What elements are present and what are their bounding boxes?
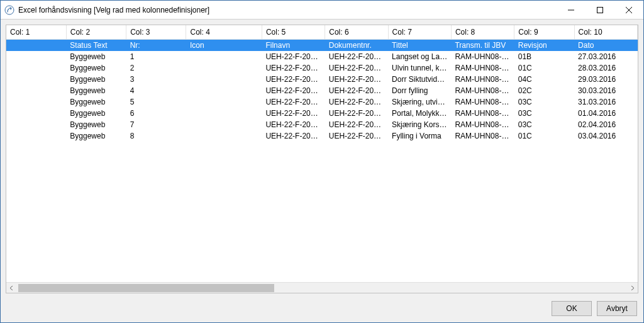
- cell: Filnavn: [262, 40, 325, 51]
- cell: Ulvin tunnel, km ...: [388, 62, 451, 74]
- table-row[interactable]: Byggeweb5UEH-22-F-2055...UEH-22-F-20553S…: [6, 96, 638, 108]
- cell: 3: [126, 74, 186, 85]
- scroll-right-button[interactable]: [627, 283, 638, 293]
- cell: RAM-UHN08-00...: [451, 85, 514, 96]
- cell: [6, 40, 66, 51]
- minimize-button[interactable]: [557, 1, 586, 19]
- cell: [186, 85, 262, 96]
- cell: 1: [126, 51, 186, 62]
- cell: [186, 62, 262, 74]
- cell: [6, 62, 66, 74]
- app-icon: [4, 5, 14, 15]
- cell: Byggeweb: [66, 62, 126, 74]
- table-row[interactable]: Byggeweb1UEH-22-F-2010...UEH-22-F-20101L…: [6, 51, 638, 62]
- cell: [186, 130, 262, 142]
- col-header[interactable]: Col: 2: [66, 25, 126, 40]
- cell: [6, 74, 66, 85]
- cell: Revisjon: [514, 40, 574, 51]
- cell: [186, 119, 262, 130]
- scroll-track[interactable]: [17, 283, 627, 293]
- col-header[interactable]: Col: 5: [262, 25, 325, 40]
- svg-rect-1: [597, 7, 603, 13]
- cancel-button-label: Avbryt: [606, 304, 628, 313]
- cell: RAM-UHN08-00...: [451, 130, 514, 142]
- cell: UEH-22-F-20518: [325, 74, 388, 85]
- table-row[interactable]: Byggeweb4UEH-22-F-2055...UEH-22-F-20550D…: [6, 85, 638, 96]
- titlebar[interactable]: Excel forhåndsvisning [Velg rad med kolo…: [1, 1, 643, 20]
- ok-button-label: OK: [566, 304, 577, 313]
- col-header[interactable]: Col: 6: [325, 25, 388, 40]
- cell: Byggeweb: [66, 51, 126, 62]
- cell: [186, 51, 262, 62]
- cell: Tittel: [388, 40, 451, 51]
- cell: 8: [126, 130, 186, 142]
- cell: [186, 108, 262, 119]
- cell: UEH-22-F-20553: [325, 96, 388, 108]
- cell: RAM-UHN08-00...: [451, 74, 514, 85]
- cell: Portal, Molykkja ...: [388, 108, 451, 119]
- cancel-button[interactable]: Avbryt: [597, 301, 637, 316]
- content-panel: Col: 1 Col: 2 Col: 3 Col: 4 Col: 5 Col: …: [6, 25, 638, 293]
- col-header[interactable]: Col: 9: [514, 25, 574, 40]
- cell: 5: [126, 96, 186, 108]
- col-header[interactable]: Col: 10: [574, 25, 637, 40]
- footer: OK Avbryt: [1, 298, 643, 322]
- table: Col: 1 Col: 2 Col: 3 Col: 4 Col: 5 Col: …: [6, 25, 638, 142]
- cell: UEH-22-F-20101: [325, 51, 388, 62]
- col-header[interactable]: Col: 3: [126, 25, 186, 40]
- cell: 27.03.2016: [574, 51, 637, 62]
- cell: 02.04.2016: [574, 119, 637, 130]
- col-header[interactable]: Col: 7: [388, 25, 451, 40]
- scroll-left-button[interactable]: [6, 283, 17, 293]
- cell: UEH-22-F-2055...: [262, 119, 325, 130]
- cell: Langset og Lan...: [388, 51, 451, 62]
- table-row[interactable]: Byggeweb8UEH-22-F-2057...UEH-22-F-20571F…: [6, 130, 638, 142]
- horizontal-scrollbar[interactable]: [6, 282, 638, 293]
- cell: UEH-22-F-2051...: [262, 62, 325, 74]
- cell: Dokumentnr.: [325, 40, 388, 51]
- cell: 2: [126, 62, 186, 74]
- ok-button[interactable]: OK: [552, 301, 592, 316]
- window: Excel forhåndsvisning [Velg rad med kolo…: [0, 0, 644, 323]
- cell: Byggeweb: [66, 74, 126, 85]
- svg-point-0: [5, 6, 14, 14]
- cell: RAM-UHN08-00...: [451, 62, 514, 74]
- table-row[interactable]: Byggeweb2UEH-22-F-2051...UEH-22-F-20515U…: [6, 62, 638, 74]
- cell: 03.04.2016: [574, 130, 637, 142]
- header-row[interactable]: Col: 1 Col: 2 Col: 3 Col: 4 Col: 5 Col: …: [6, 25, 638, 40]
- data-grid[interactable]: Col: 1 Col: 2 Col: 3 Col: 4 Col: 5 Col: …: [6, 25, 638, 282]
- window-title: Excel forhåndsvisning [Velg rad med kolo…: [18, 6, 209, 14]
- cell: [186, 74, 262, 85]
- cell: Byggeweb: [66, 108, 126, 119]
- table-row[interactable]: Byggeweb3UEH-22-F-2051...UEH-22-F-20518D…: [6, 74, 638, 85]
- close-button[interactable]: [614, 1, 643, 19]
- cell: Byggeweb: [66, 96, 126, 108]
- table-row[interactable]: Byggeweb6UEH-22-F-2055...UEH-22-F-20557P…: [6, 108, 638, 119]
- cell: 30.03.2016: [574, 85, 637, 96]
- cell: RAM-UHN08-00...: [451, 96, 514, 108]
- cell: 01.04.2016: [574, 108, 637, 119]
- maximize-button[interactable]: [586, 1, 614, 19]
- col-header[interactable]: Col: 4: [186, 25, 262, 40]
- cell: UEH-22-F-20559: [325, 119, 388, 130]
- cell: 03C: [514, 119, 574, 130]
- table-row[interactable]: Byggeweb7UEH-22-F-2055...UEH-22-F-20559S…: [6, 119, 638, 130]
- col-header[interactable]: Col: 8: [451, 25, 514, 40]
- cell: 7: [126, 119, 186, 130]
- cell: Dorr fylling: [388, 85, 451, 96]
- cell: [6, 96, 66, 108]
- col-header[interactable]: Col: 1: [6, 25, 66, 40]
- cell: 03C: [514, 96, 574, 108]
- cell: [6, 85, 66, 96]
- cell: UEH-22-F-2055...: [262, 96, 325, 108]
- cell: UEH-22-F-20557: [325, 108, 388, 119]
- table-row[interactable]: Status TextNr:IconFilnavnDokumentnr.Titt…: [6, 40, 638, 51]
- cell: UEH-22-F-20571: [325, 130, 388, 142]
- cell: 04C: [514, 74, 574, 85]
- cell: Nr:: [126, 40, 186, 51]
- cell: UEH-22-F-2055...: [262, 108, 325, 119]
- cell: RAM-UHN08-00...: [451, 119, 514, 130]
- scroll-thumb[interactable]: [18, 284, 274, 292]
- cell: 03C: [514, 108, 574, 119]
- cell: Byggeweb: [66, 119, 126, 130]
